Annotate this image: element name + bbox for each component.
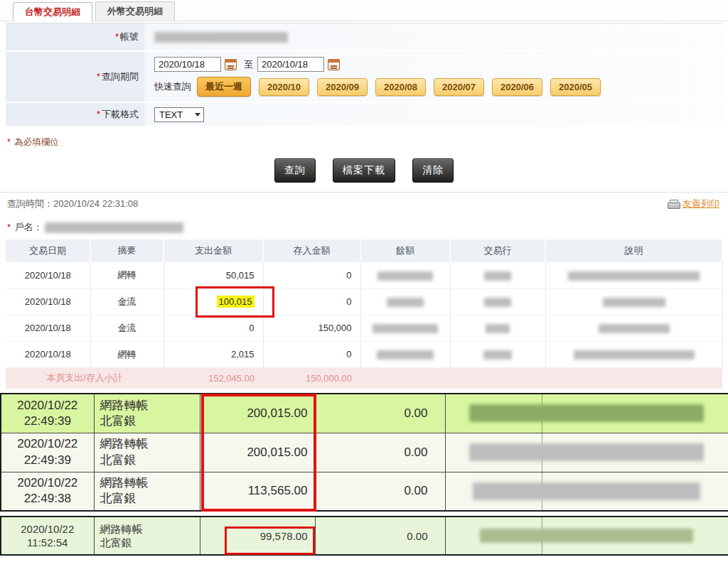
friendly-print-link[interactable]: 友善列印 xyxy=(668,198,719,210)
tab-foreign-transactions[interactable]: 外幣交易明細 xyxy=(95,1,175,21)
required-asterisk: * xyxy=(115,31,119,42)
table-row: 2020/10/18 金流 100,015 0 xyxy=(6,288,722,315)
redacted-account-info xyxy=(445,472,728,511)
cell-date: 2020/10/18 xyxy=(6,288,90,315)
redacted-branch xyxy=(450,341,545,367)
cell-date: 2020/10/18 xyxy=(6,341,90,367)
tab-bar: 台幣交易明細 外幣交易明細 xyxy=(0,0,728,21)
cell-date: 2020/10/18 xyxy=(6,315,90,341)
calendar-icon[interactable] xyxy=(225,59,237,70)
table-row: 2020/10/18 網轉 2,015 0 xyxy=(6,341,722,367)
col-header-withdrawal: 支出金額 xyxy=(164,239,263,262)
tab-twd-transactions[interactable]: 台幣交易明細 xyxy=(13,2,92,21)
redacted-description xyxy=(545,288,722,315)
required-fields-note-text: 為必填欄位 xyxy=(14,137,59,147)
date-to-input[interactable] xyxy=(257,57,324,72)
format-label: *下載格式 xyxy=(6,108,144,121)
period-row: *查詢期間 至 快速查詢 最近一週 2020/10 2020/09 2020/0… xyxy=(6,52,722,103)
query-time: 查詢時間：2020/10/24 22:31:08 xyxy=(7,198,138,210)
pasted-statement-section: 2020/10/2222:49:39 網路轉帳北富銀 200,015.00 0.… xyxy=(0,393,728,556)
quick-button-last-week[interactable]: 最近一週 xyxy=(197,77,251,97)
quick-button-2020-10[interactable]: 2020/10 xyxy=(259,78,309,96)
redacted-description xyxy=(545,315,722,341)
chevron-down-icon xyxy=(195,113,200,119)
account-row: *帳號 xyxy=(6,23,722,52)
redacted-balance xyxy=(360,288,450,315)
quick-button-2020-08[interactable]: 2020/08 xyxy=(375,78,426,96)
col-header-date: 交易日期 xyxy=(6,239,90,262)
quick-button-2020-07[interactable]: 2020/07 xyxy=(434,78,484,96)
cell-date: 2020/10/18 xyxy=(6,262,90,288)
col-header-branch: 交易行 xyxy=(450,239,545,262)
format-row: *下載格式 TEXT xyxy=(6,103,722,127)
file-download-button[interactable]: 檔案下載 xyxy=(333,158,395,183)
friendly-print-label: 友善列印 xyxy=(682,198,719,210)
subtotal-label: 本頁支出/存入小計 xyxy=(6,367,164,389)
cell-summary: 金流 xyxy=(90,288,164,315)
cell-datetime: 2020/10/2222:49:39 xyxy=(1,433,94,472)
statement-row: 2020/10/2222:49:39 網路轉帳北富銀 200,015.00 0.… xyxy=(1,433,728,472)
redacted-branch xyxy=(450,288,545,315)
cell-amount: 200,015.00 xyxy=(200,433,315,472)
redacted-balance xyxy=(360,341,450,367)
cell-deposit: 0 xyxy=(263,341,360,367)
cell-amount: 113,565.00 xyxy=(200,472,315,511)
account-owner-row: * 戶名： xyxy=(7,221,728,234)
statement-table-2: 2020/10/2211:52:54 網路轉帳北富銀 99,578.00 0.0… xyxy=(0,516,728,556)
period-label-text: 查詢期間 xyxy=(102,71,139,82)
download-format-select[interactable]: TEXT xyxy=(154,107,204,122)
quick-button-2020-09[interactable]: 2020/09 xyxy=(317,78,368,96)
quick-button-2020-05[interactable]: 2020/05 xyxy=(550,78,601,96)
cell-fee: 0.00 xyxy=(315,433,445,472)
account-label-text: 帳號 xyxy=(120,31,139,42)
cell-datetime: 2020/10/2222:49:39 xyxy=(1,394,94,433)
col-header-summary: 摘要 xyxy=(90,239,164,262)
statement-row: 2020/10/2211:52:54 網路轉帳北富銀 99,578.00 0.0… xyxy=(1,517,728,555)
required-asterisk: * xyxy=(97,71,100,82)
period-label: *查詢期間 xyxy=(6,70,144,83)
cell-withdrawal: 0 xyxy=(164,315,263,341)
account-label: *帳號 xyxy=(6,31,144,43)
cell-description: 網路轉帳北富銀 xyxy=(94,517,200,555)
required-fields-note: * 為必填欄位 xyxy=(7,136,728,148)
cell-deposit: 0 xyxy=(263,288,360,315)
action-button-bar: 查詢 檔案下載 清除 xyxy=(0,158,728,183)
redacted-balance xyxy=(360,315,450,341)
cell-description: 網路轉帳北富銀 xyxy=(94,394,200,433)
redacted-account-info xyxy=(445,394,728,433)
redacted-branch xyxy=(450,315,545,341)
result-meta-row: 查詢時間：2020/10/24 22:31:08 友善列印 xyxy=(0,193,728,210)
redacted-account-number xyxy=(154,32,288,43)
redacted-owner-name xyxy=(45,222,183,233)
redacted-description xyxy=(545,262,722,288)
table-header-row: 交易日期 摘要 支出金額 存入金額 餘額 交易行 說明 xyxy=(6,239,722,262)
query-time-value: 2020/10/24 22:31:08 xyxy=(53,198,138,209)
redacted-description xyxy=(545,341,722,367)
subtotal-withdrawal: 152,045.00 xyxy=(164,367,263,389)
redacted-account-info xyxy=(445,433,728,472)
cell-withdrawal: 2,015 xyxy=(164,341,263,367)
col-header-description: 說明 xyxy=(545,239,722,262)
date-range-to-label: 至 xyxy=(244,58,253,71)
cell-datetime: 2020/10/2222:49:38 xyxy=(1,472,94,511)
clear-button[interactable]: 清除 xyxy=(412,158,454,183)
date-from-input[interactable] xyxy=(154,57,221,72)
subtotal-deposit: 150,000.00 xyxy=(263,367,360,389)
table-row: 2020/10/18 網轉 50,015 0 xyxy=(6,262,722,288)
highlighted-amount: 100,015 xyxy=(217,296,255,308)
query-button[interactable]: 查詢 xyxy=(274,158,316,183)
quick-search-label: 快速查詢 xyxy=(154,80,191,93)
redacted-branch xyxy=(450,262,545,288)
cell-datetime: 2020/10/2211:52:54 xyxy=(1,517,94,555)
cell-withdrawal: 50,015 xyxy=(164,262,263,288)
cell-fee: 0.00 xyxy=(315,472,445,511)
quick-button-2020-06[interactable]: 2020/06 xyxy=(492,78,542,96)
cell-summary: 金流 xyxy=(90,315,164,341)
required-asterisk: * xyxy=(97,109,100,119)
cell-fee: 0.00 xyxy=(315,517,445,555)
statement-row: 2020/10/2222:49:39 網路轉帳北富銀 200,015.00 0.… xyxy=(1,394,728,433)
query-time-label: 查詢時間： xyxy=(7,198,53,209)
calendar-icon[interactable] xyxy=(328,59,340,70)
cell-amount: 99,578.00 xyxy=(200,517,315,555)
cell-withdrawal-highlighted: 100,015 xyxy=(164,288,263,315)
